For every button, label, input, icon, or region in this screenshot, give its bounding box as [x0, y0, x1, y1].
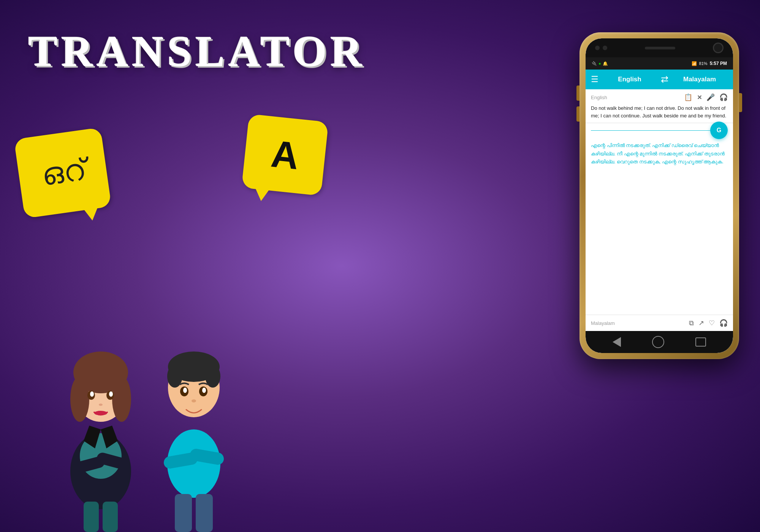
- phone-container: 🔌 ● 🔔 📶 81% 5:57 PM ☰ English ⇄ Malayala…: [580, 32, 739, 359]
- output-language-label: Malayalam: [591, 320, 615, 326]
- output-footer: Malayalam ⧉ ↗ ♡ 🎧: [586, 315, 733, 331]
- status-time: 5:57 PM: [710, 61, 727, 66]
- character-man: [141, 266, 247, 532]
- svg-point-27: [192, 399, 196, 402]
- copy-output-icon[interactable]: ⧉: [689, 319, 694, 327]
- mic-icon[interactable]: 🎤: [706, 93, 715, 101]
- swap-languages-button[interactable]: ⇄: [661, 74, 668, 85]
- bubble-left-text: ഒറ്: [40, 153, 86, 193]
- translate-button[interactable]: G: [710, 122, 728, 139]
- phone-nav-bar: [586, 331, 733, 353]
- battery-indicator: 81%: [699, 61, 708, 66]
- input-text[interactable]: Do not walk behind me; I can not drive. …: [591, 104, 728, 120]
- camera-bar: [586, 38, 733, 57]
- svg-point-7: [112, 376, 131, 422]
- speech-bubble-right: A: [241, 114, 328, 196]
- svg-rect-3: [103, 502, 118, 532]
- svg-rect-17: [175, 494, 192, 532]
- divider-row: G: [586, 123, 733, 138]
- nav-home-button[interactable]: [652, 336, 664, 348]
- svg-point-6: [70, 376, 89, 422]
- phone-screen: 🔌 ● 🔔 📶 81% 5:57 PM ☰ English ⇄ Malayala…: [586, 38, 733, 353]
- input-area: English 📋 ✕ 🎤 🎧 Do not walk behind me; I…: [586, 89, 733, 123]
- svg-point-12: [99, 404, 103, 406]
- speech-bubble-left: ഒറ്: [14, 127, 112, 218]
- share-output-icon[interactable]: ↗: [698, 319, 704, 327]
- nav-recent-button[interactable]: [695, 337, 706, 347]
- status-bar: 🔌 ● 🔔 📶 81% 5:57 PM: [586, 57, 733, 70]
- nav-back-button[interactable]: [613, 337, 621, 347]
- target-language[interactable]: Malayalam: [671, 76, 728, 83]
- listen-output-icon[interactable]: 🎧: [719, 319, 728, 327]
- source-language[interactable]: English: [602, 76, 658, 83]
- menu-icon[interactable]: ☰: [591, 74, 598, 84]
- app-bar: ☰ English ⇄ Malayalam: [586, 70, 733, 89]
- svg-rect-2: [84, 502, 99, 532]
- listen-input-icon[interactable]: 🎧: [719, 93, 728, 101]
- clipboard-icon[interactable]: 📋: [684, 93, 692, 101]
- svg-point-11: [109, 391, 113, 397]
- output-text: എന്റെ പിന്നിൽ നടക്കരുത്. എനിക്ക് ഡ്രൈവ് …: [591, 141, 728, 166]
- svg-rect-18: [196, 494, 213, 532]
- clear-icon[interactable]: ✕: [697, 94, 702, 101]
- app-title: TRANSLATOR: [28, 27, 366, 77]
- favorite-output-icon[interactable]: ♡: [709, 319, 715, 327]
- svg-point-13: [94, 411, 107, 415]
- svg-point-25: [183, 388, 187, 393]
- character-woman: [46, 258, 156, 532]
- input-language-label: English: [591, 95, 607, 100]
- bubble-right-text: A: [269, 132, 301, 178]
- output-area: എന്റെ പിന്നിൽ നടക്കരുത്. എനിക്ക് ഡ്രൈവ് …: [586, 138, 733, 315]
- svg-point-26: [202, 388, 206, 393]
- svg-point-10: [90, 391, 94, 397]
- phone-shell: 🔌 ● 🔔 📶 81% 5:57 PM ☰ English ⇄ Malayala…: [580, 32, 739, 359]
